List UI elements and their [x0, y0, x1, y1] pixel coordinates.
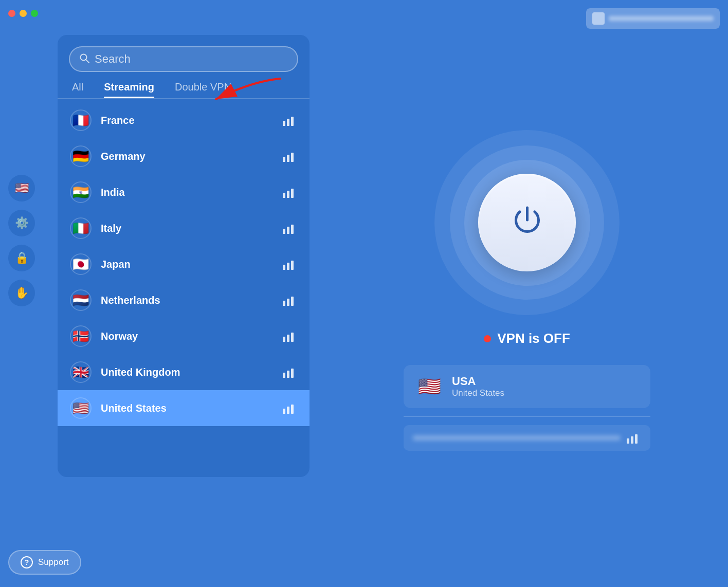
country-item[interactable]: 🇯🇵Japan [58, 246, 310, 282]
minimize-button[interactable] [20, 10, 27, 17]
country-item[interactable]: 🇮🇳India [58, 174, 310, 210]
svg-rect-2 [283, 121, 285, 126]
svg-rect-12 [287, 227, 289, 234]
close-button[interactable] [8, 10, 15, 17]
divider-line [404, 416, 650, 417]
country-name: Netherlands [101, 295, 283, 306]
country-list: 🇫🇷France🇩🇪Germany🇮🇳India🇮🇹Italy🇯🇵Japan🇳🇱… [58, 99, 310, 477]
svg-rect-3 [287, 119, 289, 126]
svg-rect-24 [287, 371, 289, 378]
flag-icon: 🇺🇸 [70, 397, 92, 419]
country-item[interactable]: 🇮🇹Italy [58, 210, 310, 246]
country-code: USA [452, 375, 504, 388]
svg-rect-32 [635, 434, 638, 444]
country-name: United States [101, 402, 283, 414]
country-name: France [101, 115, 283, 126]
country-item[interactable]: 🇩🇪Germany [58, 138, 310, 174]
flag-icon: 🇯🇵 [70, 253, 92, 275]
country-item[interactable]: 🇳🇱Netherlands [58, 282, 310, 318]
search-icon [79, 53, 89, 66]
sidebar-icon-lock[interactable]: 🔒 [8, 245, 35, 271]
country-name: Japan [101, 259, 283, 270]
flag-icon: 🇫🇷 [70, 109, 92, 131]
svg-rect-8 [283, 193, 285, 198]
svg-rect-31 [631, 436, 633, 444]
svg-rect-21 [287, 335, 289, 342]
svg-rect-25 [291, 369, 294, 378]
flag-icon: 🇬🇧 [70, 361, 92, 383]
svg-rect-22 [291, 333, 294, 342]
svg-line-1 [86, 60, 89, 63]
avatar [592, 12, 605, 25]
signal-bars [283, 151, 297, 162]
signal-bars [283, 187, 297, 198]
search-bar[interactable] [69, 46, 298, 72]
signal-bars [283, 366, 297, 378]
selected-flag: 🇺🇸 [416, 373, 443, 400]
svg-rect-10 [291, 189, 294, 198]
tab-all[interactable]: All [72, 81, 83, 98]
sidebar-icon-flag[interactable]: 🇺🇸 [8, 175, 35, 201]
svg-rect-9 [287, 191, 289, 198]
power-button[interactable] [478, 174, 576, 271]
country-name: India [101, 187, 283, 198]
sidebar: 🇺🇸 ⚙️ 🔒 ✋ [8, 175, 35, 306]
flag-icon: 🇩🇪 [70, 145, 92, 167]
tab-streaming[interactable]: Streaming [104, 81, 154, 98]
sidebar-icon-hand[interactable]: ✋ [8, 280, 35, 306]
svg-rect-18 [287, 299, 289, 306]
country-info-text: USA United States [452, 375, 504, 398]
top-right-bar [586, 8, 720, 29]
search-input[interactable] [95, 52, 288, 66]
country-item[interactable]: 🇳🇴Norway [58, 318, 310, 354]
bottom-bar [404, 425, 650, 451]
bottom-blurred-content [413, 435, 621, 441]
country-item[interactable]: 🇫🇷France [58, 102, 310, 138]
power-button-container [434, 130, 620, 315]
svg-rect-23 [283, 373, 285, 378]
flag-icon: 🇮🇳 [70, 181, 92, 203]
country-name: Italy [101, 223, 283, 234]
signal-bars [283, 223, 297, 234]
country-name: Norway [101, 331, 283, 342]
signal-bars [283, 331, 297, 342]
svg-rect-17 [283, 301, 285, 306]
flag-icon: 🇳🇴 [70, 325, 92, 347]
tabs: All Streaming Double VPN [58, 72, 310, 98]
signal-icon [627, 432, 641, 444]
signal-bars [283, 295, 297, 306]
signal-bars [283, 259, 297, 270]
main-panel: VPN is OFF 🇺🇸 USA United States [334, 35, 720, 546]
signal-bars [283, 115, 297, 126]
svg-rect-7 [291, 153, 294, 162]
country-name: United Kingdom [101, 366, 283, 378]
svg-rect-13 [291, 225, 294, 234]
svg-rect-6 [287, 155, 289, 162]
svg-rect-30 [627, 438, 629, 444]
support-button[interactable]: ? Support [8, 550, 81, 575]
svg-rect-4 [291, 117, 294, 126]
svg-rect-20 [283, 337, 285, 342]
vpn-status: VPN is OFF [484, 331, 570, 346]
power-icon [511, 204, 544, 242]
support-label: Support [38, 557, 69, 567]
country-item[interactable]: 🇬🇧United Kingdom [58, 354, 310, 390]
flag-icon: 🇮🇹 [70, 217, 92, 239]
status-text: VPN is OFF [497, 331, 570, 346]
selected-country-info[interactable]: 🇺🇸 USA United States [404, 365, 650, 408]
tab-double-vpn[interactable]: Double VPN [175, 81, 231, 98]
svg-rect-15 [287, 263, 289, 270]
status-dot [484, 335, 491, 342]
svg-rect-16 [291, 261, 294, 270]
sidebar-icon-settings[interactable]: ⚙️ [8, 210, 35, 236]
svg-rect-11 [283, 229, 285, 234]
svg-rect-28 [291, 405, 294, 414]
traffic-lights [8, 10, 38, 17]
svg-rect-27 [287, 407, 289, 414]
signal-bars [283, 402, 297, 414]
maximize-button[interactable] [31, 10, 38, 17]
svg-rect-19 [291, 297, 294, 306]
country-item[interactable]: 🇺🇸United States [58, 390, 310, 426]
svg-rect-5 [283, 157, 285, 162]
flag-icon: 🇳🇱 [70, 289, 92, 311]
